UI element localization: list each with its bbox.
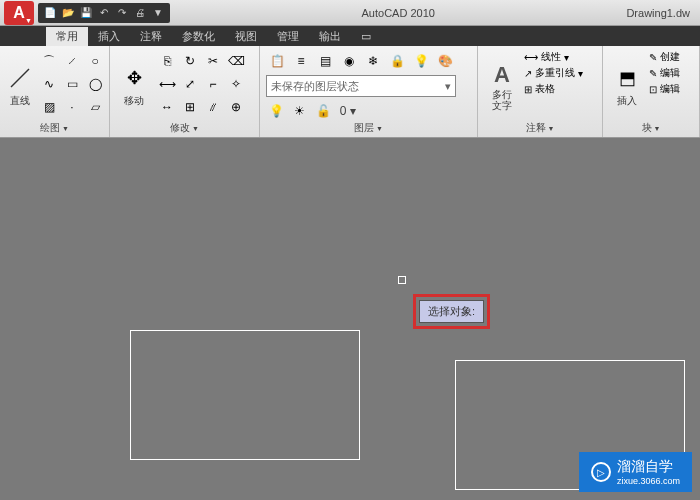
panel-block: ⬒ 插入 ✎创建 ✎编辑 ⊡编辑 块 [603,46,700,137]
ellipse-icon[interactable]: ◯ [84,73,106,95]
copy-icon[interactable]: ⎘ [156,50,178,72]
mtext-button[interactable]: A 多行 文字 [484,50,520,122]
panel-layers: 📋 ≡ ▤ ◉ ❄ 🔒 💡 🎨 未保存的图层状态 ▾ 💡 ☀ 🔓 0 ▾ 图层 [260,46,478,137]
point-icon[interactable]: · [61,96,83,118]
attr-icon: ⊡ [649,84,657,95]
scale-icon[interactable]: ⤢ [179,73,201,95]
mleader-button[interactable]: ↗多重引线▾ [524,66,583,80]
layer-state-combo[interactable]: 未保存的图层状态 ▾ [266,75,456,97]
arc-icon[interactable]: ⌒ [38,50,60,72]
circle-icon[interactable]: ○ [84,50,106,72]
new-icon[interactable]: 📄 [42,5,58,21]
hatch-icon[interactable]: ▨ [38,96,60,118]
polyline-icon[interactable]: ⟋ [61,50,83,72]
line-button[interactable]: 直线 [6,50,34,122]
tab-parametric[interactable]: 参数化 [172,27,225,46]
panel-title-block[interactable]: 块 [603,121,699,135]
drawing-canvas[interactable]: 选择对象: ▷ 溜溜自学 zixue.3066.com [0,138,700,500]
panel-annotation: A 多行 文字 ⟷线性▾ ↗多重引线▾ ⊞表格 注释 [478,46,603,137]
save-icon[interactable]: 💾 [78,5,94,21]
print-icon[interactable]: 🖨 [132,5,148,21]
text-icon: A [488,61,516,89]
command-tooltip: 选择对象: [419,300,484,323]
command-tooltip-highlight: 选择对象: [413,294,490,329]
block-edit-button[interactable]: ✎编辑 [649,66,680,80]
play-icon: ▷ [591,462,611,482]
chevron-down-icon: ▾ [578,68,583,79]
tab-insert[interactable]: 插入 [88,27,130,46]
layer-sun-icon[interactable]: ☀ [289,100,310,122]
move-button[interactable]: ✥ 移动 [116,50,152,122]
rectangle-object[interactable] [130,330,360,460]
join-icon[interactable]: ⊕ [225,96,247,118]
cursor-pickbox [398,276,406,284]
region-icon[interactable]: ▱ [84,96,106,118]
table-icon: ⊞ [524,84,532,95]
filename: Drawing1.dw [626,7,690,19]
qat-dropdown-icon[interactable]: ▼ [150,5,166,21]
offset-icon[interactable]: ⫽ [202,96,224,118]
leader-icon: ↗ [524,68,532,79]
linear-dim-button[interactable]: ⟷线性▾ [524,50,583,64]
tab-output[interactable]: 输出 [309,27,351,46]
layer-current-combo[interactable]: 0 ▾ [336,100,471,122]
layer-bulb-icon[interactable]: 💡 [266,100,287,122]
explode-icon[interactable]: ✧ [225,73,247,95]
erase-icon[interactable]: ⌫ [225,50,247,72]
spline-icon[interactable]: ∿ [38,73,60,95]
layer-iso-icon[interactable]: ◉ [338,50,360,72]
rotate-icon[interactable]: ↻ [179,50,201,72]
tab-home[interactable]: 常用 [46,27,88,46]
app-logo[interactable]: A [4,1,34,25]
chevron-down-icon: ▾ [445,80,451,93]
edit-icon: ✎ [649,68,657,79]
layer-states-icon[interactable]: ≡ [290,50,312,72]
fillet-icon[interactable]: ⌐ [202,73,224,95]
line-icon [6,64,34,92]
linear-icon: ⟷ [524,52,538,63]
layer-freeze-icon[interactable]: ❄ [362,50,384,72]
app-title: AutoCAD 2010 [170,7,626,19]
tab-annotate[interactable]: 注释 [130,27,172,46]
layer-match-icon[interactable]: 🎨 [434,50,456,72]
panel-title-modify[interactable]: 修改 [110,121,259,135]
panel-title-draw[interactable]: 绘图 [0,121,109,135]
tab-extra-icon[interactable]: ▭ [351,28,381,45]
block-create-button[interactable]: ✎创建 [649,50,680,64]
layer-lock-icon[interactable]: 🔒 [386,50,408,72]
svg-line-0 [11,69,29,87]
insert-block-icon: ⬒ [613,64,641,92]
layer-unlock-icon[interactable]: 🔓 [312,100,333,122]
panel-draw: 直线 ⌒ ⟋ ○ ∿ ▭ ◯ ▨ · ▱ 绘图 [0,46,110,137]
layer-prop-icon[interactable]: 📋 [266,50,288,72]
panel-title-annotation[interactable]: 注释 [478,121,602,135]
mirror-icon[interactable]: ⟷ [156,73,178,95]
ribbon: 直线 ⌒ ⟋ ○ ∿ ▭ ◯ ▨ · ▱ 绘图 ✥ 移动 ⎘ ↻ [0,46,700,138]
layer-off-icon[interactable]: 💡 [410,50,432,72]
panel-title-layers[interactable]: 图层 [260,121,477,135]
insert-block-button[interactable]: ⬒ 插入 [609,50,645,122]
tab-manage[interactable]: 管理 [267,27,309,46]
redo-icon[interactable]: ↷ [114,5,130,21]
rectangle-icon[interactable]: ▭ [61,73,83,95]
chevron-down-icon: ▾ [564,52,569,63]
array-icon[interactable]: ⊞ [179,96,201,118]
tab-view[interactable]: 视图 [225,27,267,46]
watermark: ▷ 溜溜自学 zixue.3066.com [579,452,692,492]
table-button[interactable]: ⊞表格 [524,82,583,96]
ribbon-tabs: 常用 插入 注释 参数化 视图 管理 输出 ▭ [0,26,700,46]
block-attr-button[interactable]: ⊡编辑 [649,82,680,96]
quick-access-toolbar: 📄 📂 💾 ↶ ↷ 🖨 ▼ [38,3,170,23]
trim-icon[interactable]: ✂ [202,50,224,72]
create-icon: ✎ [649,52,657,63]
move-icon: ✥ [120,64,148,92]
layer-filter-icon[interactable]: ▤ [314,50,336,72]
panel-modify: ✥ 移动 ⎘ ↻ ✂ ⌫ ⟷ ⤢ ⌐ ✧ ↔ ⊞ ⫽ ⊕ 修改 [110,46,260,137]
open-icon[interactable]: 📂 [60,5,76,21]
stretch-icon[interactable]: ↔ [156,96,178,118]
undo-icon[interactable]: ↶ [96,5,112,21]
